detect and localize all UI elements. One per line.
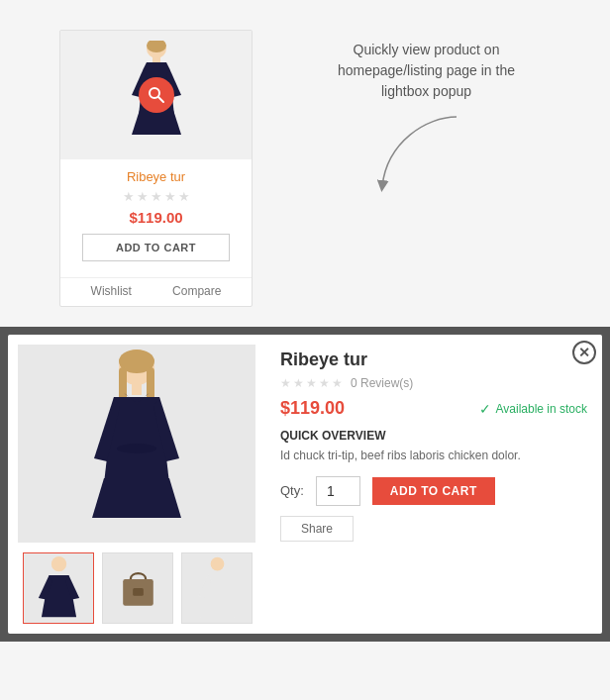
wishlist-link[interactable]: Wishlist — [91, 284, 132, 298]
thumbnail-1[interactable] — [23, 552, 94, 624]
lb-stock: ✓ Available in stock — [479, 401, 588, 417]
top-section: Ribeye tur ★ ★ ★ ★ ★ $119.00 ADD TO CART… — [0, 0, 610, 327]
lb-star-1: ★ — [280, 376, 291, 390]
star-4: ★ — [164, 189, 176, 204]
thumbnail-3[interactable] — [181, 552, 253, 624]
lb-price: $119.00 — [280, 398, 345, 419]
thumbnail-3-img — [190, 556, 245, 621]
lightbox-backdrop: ✕ — [0, 327, 610, 642]
lightbox-container: ✕ — [8, 335, 602, 634]
lb-rating-row: ★ ★ ★ ★ ★ 0 Review(s) — [280, 376, 587, 390]
lb-qty-label: Qty: — [280, 483, 304, 498]
close-button[interactable]: ✕ — [572, 341, 596, 364]
quick-view-button[interactable] — [139, 77, 174, 113]
thumbnail-2-img — [111, 556, 165, 621]
lb-price-row: $119.00 ✓ Available in stock — [280, 398, 587, 419]
lb-overview-text: Id chuck tri-tip, beef ribs laboris chic… — [280, 448, 587, 464]
svg-point-14 — [210, 556, 224, 570]
lb-star-5: ★ — [332, 376, 343, 390]
add-to-cart-button[interactable]: ADD TO CART — [82, 234, 230, 261]
svg-rect-7 — [119, 367, 127, 402]
lightbox-main-image-svg — [72, 350, 201, 538]
product-actions: Wishlist Compare — [60, 277, 252, 306]
search-icon — [148, 86, 165, 104]
lb-qty-input[interactable] — [316, 476, 360, 506]
lb-add-to-cart-button[interactable]: ADD TO CART — [372, 477, 495, 505]
product-card: Ribeye tur ★ ★ ★ ★ ★ $119.00 ADD TO CART… — [59, 30, 253, 307]
product-info: Ribeye tur ★ ★ ★ ★ ★ $119.00 ADD TO CART — [60, 159, 252, 277]
lightbox-image-section — [8, 335, 265, 634]
annotation-arrow — [367, 112, 486, 201]
svg-line-4 — [158, 97, 163, 102]
lb-rating-stars: ★ ★ ★ ★ ★ — [280, 376, 343, 390]
product-price: $119.00 — [72, 209, 240, 226]
product-name: Ribeye tur — [72, 169, 240, 184]
svg-point-11 — [51, 556, 65, 571]
svg-point-10 — [117, 444, 156, 453]
main-product-image — [18, 345, 255, 543]
svg-rect-9 — [132, 383, 142, 395]
compare-link[interactable]: Compare — [172, 284, 221, 298]
annotation-text: Quickly view product on homepage/listing… — [328, 40, 526, 102]
thumbnail-2[interactable] — [102, 552, 173, 624]
lb-stock-label: Available in stock — [496, 402, 588, 416]
lb-star-4: ★ — [319, 376, 330, 390]
svg-rect-8 — [147, 367, 154, 402]
lb-overview-title: QUICK OVERVIEW — [280, 429, 587, 443]
star-5: ★ — [178, 189, 190, 204]
svg-rect-13 — [133, 588, 144, 596]
star-1: ★ — [123, 189, 135, 204]
star-3: ★ — [151, 189, 162, 204]
lb-qty-row: Qty: ADD TO CART — [280, 476, 587, 506]
lightbox-details: Ribeye tur ★ ★ ★ ★ ★ 0 Review(s) $119.00… — [265, 335, 602, 634]
rating-stars: ★ ★ ★ ★ ★ — [72, 189, 240, 204]
star-2: ★ — [137, 189, 149, 204]
lb-product-name: Ribeye tur — [280, 350, 587, 370]
product-image-wrap — [60, 31, 252, 159]
thumbnails — [18, 552, 255, 624]
thumbnail-1-img — [32, 556, 86, 621]
lb-star-3: ★ — [306, 376, 317, 390]
lb-share-button[interactable]: Share — [280, 516, 354, 542]
lb-reviews-count: 0 Review(s) — [351, 376, 413, 390]
check-icon: ✓ — [479, 401, 491, 417]
lb-star-2: ★ — [293, 376, 304, 390]
annotation: Quickly view product on homepage/listing… — [253, 30, 570, 201]
